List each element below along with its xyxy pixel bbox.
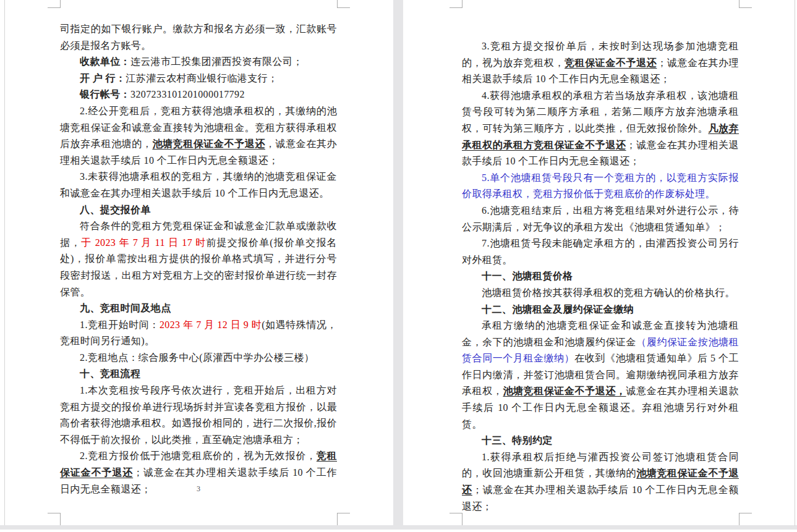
paragraph: 1.本次竞租按号段序号依次进行，竞租开始后，出租方对竞租方提交的报价单进行现场拆… [60,382,337,448]
paragraph: 收款单位：连云港市工投集团灌西投资有限公司； [60,54,337,70]
text-run: 九、竞租时间及地点 [80,303,171,313]
text-run: 开 户 行： [80,73,126,83]
paragraph: 3.竞租方提交报价单后，未按时到达现场参加池塘竞租的，视为放弃竞租权，竞租保证金… [462,38,739,88]
crop-mark-bottom-left [450,513,462,526]
paragraph: 十二、池塘租金及履约保证金缴纳 [462,302,739,318]
crop-mark-top-right [739,0,752,8]
paragraph: 司指定的如下银行账户。缴款方和报名方必须一致，汇款账号必须是报名方账号。 [60,21,337,54]
text-run: 6.池塘竞租结束后，出租方将竞租结果对外进行公示，待公示期满后，对无争议的承租方… [462,205,739,232]
text-run: 十一、池塘租赁价格 [482,271,573,281]
text-run: 银行帐号： [80,89,130,99]
paragraph: 池塘租赁价格按其获得承租权的竞租方确认的价格执行。 [462,285,739,302]
text-run: 3.未获得池塘承租权的竞租方，其缴纳的池塘竞租保证金和诚意金在其办理相关退款手续… [60,171,337,198]
text-run: 十二、池塘租金及履约保证金缴纳 [482,304,634,315]
text-run: 2.竞租方报价低于池塘竞租底价的，视为无效报价， [80,450,317,461]
paragraph: 十、竞租流程 [60,366,337,382]
paragraph: 符合条件的竞租方凭竞租保证金和诚意金汇款单或缴款收据，于 2023 年 7 月 … [60,218,337,300]
text-run: 池塘竞租保证金不予退还 [152,138,265,149]
paragraph: 银行帐号：3207233101201000017792 [60,87,337,103]
text-run: 十、竞租流程 [80,368,140,379]
paragraph: 7.池塘租赁号段未能确定承租方的，由灌西投资公司另行对外租赁。 [462,235,739,268]
text-run: 2.竞租地点：综合服务中心(原灌西中学办公楼三楼） [80,352,314,363]
text-run: 江苏灌云农村商业银行临港支行； [126,73,278,83]
text-run: 八、提交报价单 [80,205,151,215]
text-run: 司指定的如下银行账户。缴款方和报名方必须一致，汇款账号必须是报名方账号。 [60,23,337,51]
page-gap-vertical [393,0,403,526]
text-run: 池塘竞租保证金不予退还， [503,386,626,396]
crop-mark-top-left [48,0,61,8]
paragraph: 5.单个池塘租赁号段只有一个竞租方的，以竞租方实际报价取得承租权，竞租方报价低于… [462,170,739,203]
paragraph: 承租方缴纳的池塘竞租保证金和诚意金直接转为池塘租金，余下的池塘租金和池塘履约保证… [462,318,739,433]
text-run: 1.竞租开始时间： [80,319,160,330]
crop-mark-bottom-right [337,513,350,526]
paragraph: 6.池塘竞租结束后，出租方将竞租结果对外进行公示，待公示期满后，对无争议的承租方… [462,203,739,235]
text-run: 3207233101201000017792 [130,89,245,99]
text-run: 于 2023 年 7 月 11 日 17 时 [81,237,206,248]
text-run: 连云港市工投集团灌西投资有限公司； [130,56,303,67]
document-viewer: 司指定的如下银行账户。缴款方和报名方必须一致，汇款账号必须是报名方账号。收款单位… [0,0,797,532]
page-4-text: 3.竞租方提交报价单后，未按时到达现场参加池塘竞租的，视为放弃竞租权，竞租保证金… [462,38,739,515]
text-run: 4.获得池塘承租权的承租方若当场放弃承租权，该池塘租赁号段可转为第二顺序方承租，… [462,90,739,133]
paragraph: 八、提交报价单 [60,202,337,219]
crop-mark-top-right [337,0,350,8]
page-gap-horizontal [0,525,797,530]
text-run: 2023 年 7 月 12 日 9 时 [160,319,262,330]
text-run: 十三、特别约定 [482,435,553,445]
text-run: 竞租保证金不予退还 [565,57,657,68]
paragraph: 九、竞租时间及地点 [60,300,337,317]
text-run: 池塘租赁价格按其获得承租权的竞租方确认的价格执行。 [482,287,735,298]
paragraph: 十一、池塘租赁价格 [462,268,739,285]
page-number: 4 [458,487,735,496]
document-page-4: 3.竞租方提交报价单后，未按时到达现场参加池塘竞租的，视为放弃竞租权，竞租保证金… [403,0,795,525]
paragraph: 十三、特别约定 [462,433,739,449]
paragraph: 3.未获得池塘承租权的竞租方，其缴纳的池塘竞租保证金和诚意金在其办理相关退款手续… [60,169,337,201]
paragraph: 1.获得承租权后拒绝与灌西投资公司签订池塘租赁合同的，收回池塘重新公开租赁，其缴… [462,449,739,515]
text-run: 1.本次竞租按号段序号依次进行，竞租开始后，出租方对竞租方提交的报价单进行现场拆… [60,385,337,445]
paragraph: 4.获得池塘承租权的承租方若当场放弃承租权，该池塘租赁号段可转为第二顺序方承租，… [462,88,739,170]
document-page-3: 司指定的如下银行账户。缴款方和报名方必须一致，汇款账号必须是报名方账号。收款单位… [5,0,393,525]
paragraph: 开 户 行：江苏灌云农村商业银行临港支行； [60,70,337,87]
paragraph: 2.经公开竞租后，竞租方获得池塘承租权的，其缴纳的池塘竞租保证金和诚意金直接转为… [60,103,337,169]
paragraph: 2.竞租地点：综合服务中心(原灌西中学办公楼三楼） [60,350,337,366]
page-3-text: 司指定的如下银行账户。缴款方和报名方必须一致，汇款账号必须是报名方账号。收款单位… [60,21,337,497]
text-run: 收款单位： [80,56,130,67]
crop-mark-bottom-right [739,513,752,526]
page-number: 3 [60,484,337,494]
crop-mark-bottom-left [48,513,61,526]
text-run: 5.单个池塘租赁号段只有一个竞租方的，以竞租方实际报价取得承租权，竞租方报价低于… [462,172,739,200]
text-run: 7.池塘租赁号段未能确定承租方的，由灌西投资公司另行对外租赁。 [462,238,739,265]
crop-mark-top-left [450,0,462,8]
window-edge-right [795,0,795,526]
paragraph: 1.竞租开始时间：2023 年 7 月 12 日 9 时(如遇特殊情况，竞租时间… [60,317,337,350]
